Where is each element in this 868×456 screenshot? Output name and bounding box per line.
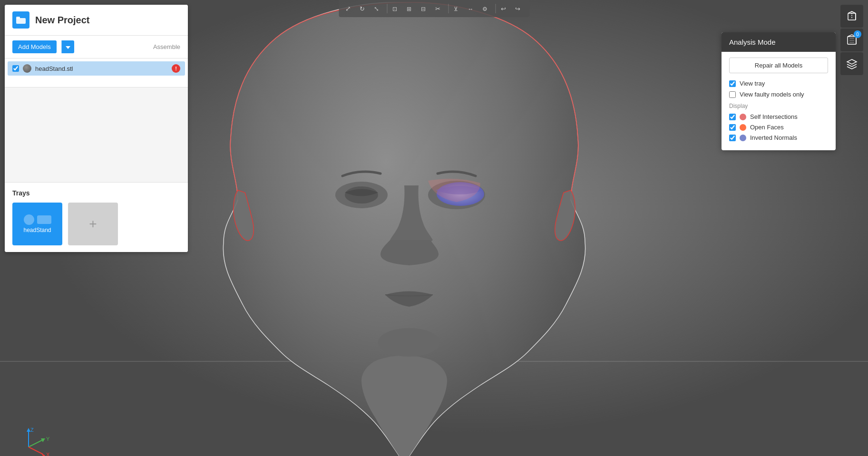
view-tray-checkbox[interactable]: [729, 80, 736, 87]
svg-text:⚙: ⚙: [482, 6, 487, 12]
analysis-body: Repair all Models View tray View faulty …: [722, 52, 836, 150]
rotate-icon[interactable]: ↻: [357, 2, 370, 15]
model-checkbox[interactable]: [12, 65, 19, 72]
model-list: headStand.stl !: [5, 58, 188, 87]
svg-text:⤢: ⤢: [345, 5, 351, 12]
self-intersections-color-dot: [740, 114, 746, 120]
separator-3: [495, 4, 496, 13]
open-faces-label: Open Faces: [750, 124, 784, 131]
inverted-normals-label: Inverted Normals: [750, 134, 797, 141]
svg-text:↻: ↻: [359, 5, 364, 12]
svg-rect-30: [848, 13, 856, 20]
open-faces-color-dot: [740, 124, 746, 131]
left-panel: New Project Add Models Assemble headStan…: [5, 5, 188, 252]
svg-text:X: X: [46, 452, 50, 456]
separator-2: [448, 4, 449, 13]
tray-add-plus-icon: +: [89, 217, 97, 231]
tray-icons: [24, 214, 51, 225]
open-faces-row: Open Faces: [729, 124, 828, 131]
add-models-label: Add Models: [18, 43, 51, 50]
cut-icon[interactable]: ✂: [432, 2, 446, 15]
analysis-mode-panel: Analysis Mode Repair all Models View tra…: [722, 32, 836, 150]
tray-1[interactable]: headStand: [12, 203, 62, 245]
model-item[interactable]: headStand.stl !: [8, 61, 185, 76]
tray-rect-icon: [37, 215, 51, 224]
3d-view-button[interactable]: [840, 5, 863, 28]
wireframe-view-button[interactable]: 0: [840, 29, 863, 51]
model-sphere-icon: [23, 64, 31, 73]
svg-rect-29: [16, 17, 20, 19]
trays-row: headStand +: [12, 203, 180, 245]
trays-section: Trays headStand +: [5, 182, 188, 252]
add-models-button[interactable]: Add Models: [12, 40, 57, 53]
svg-text:⊞: ⊞: [406, 6, 411, 12]
svg-point-5: [437, 182, 484, 206]
model-list-empty-area: [5, 87, 188, 182]
repair-all-button[interactable]: Repair all Models: [729, 58, 828, 73]
measure-icon[interactable]: ↔: [465, 2, 478, 15]
redo-icon[interactable]: ↪: [512, 2, 526, 15]
model-error-badge: !: [172, 64, 180, 73]
model-error-symbol: !: [175, 66, 177, 71]
move-icon[interactable]: ⤢: [342, 2, 356, 15]
svg-text:⤡: ⤡: [373, 5, 379, 12]
split-icon[interactable]: ⊞: [404, 2, 417, 15]
project-header: New Project: [5, 5, 188, 36]
view-tray-row: View tray: [729, 80, 828, 87]
support-icon[interactable]: ⊻: [451, 2, 464, 15]
svg-text:⊡: ⊡: [392, 6, 397, 12]
view-faulty-label: View faulty models only: [740, 91, 804, 98]
notification-badge: 0: [854, 30, 861, 38]
project-title: New Project: [35, 15, 89, 26]
svg-point-3: [345, 186, 378, 204]
svg-point-6: [378, 328, 440, 357]
tray-1-label: headStand: [23, 227, 51, 233]
svg-text:↪: ↪: [515, 5, 520, 12]
badge-count: 0: [856, 32, 859, 37]
merge-icon[interactable]: ⊟: [418, 2, 431, 15]
svg-line-13: [29, 447, 43, 454]
svg-text:✂: ✂: [435, 5, 440, 12]
view-faulty-checkbox[interactable]: [729, 91, 736, 98]
separator: [387, 4, 387, 13]
tray-circle-icon: [24, 214, 34, 225]
scale-icon[interactable]: ⤡: [371, 2, 384, 15]
model-filename: headStand.stl: [35, 65, 168, 72]
svg-text:⊟: ⊟: [420, 6, 425, 12]
analysis-mode-title: Analysis Mode: [722, 32, 836, 52]
open-faces-checkbox[interactable]: [729, 124, 736, 131]
mirror-icon[interactable]: ⊡: [390, 2, 403, 15]
inverted-normals-checkbox[interactable]: [729, 135, 736, 141]
svg-text:⊻: ⊻: [453, 6, 458, 12]
self-intersections-checkbox[interactable]: [729, 114, 736, 120]
model-toolbar: Add Models Assemble: [5, 36, 188, 58]
project-folder-icon: [12, 11, 29, 29]
undo-icon[interactable]: ↩: [498, 2, 511, 15]
settings-icon[interactable]: ⚙: [479, 2, 493, 15]
view-tray-label: View tray: [740, 80, 765, 87]
inverted-normals-color-dot: [740, 135, 746, 141]
assemble-button[interactable]: Assemble: [153, 43, 180, 50]
svg-marker-8: [27, 428, 30, 432]
layers-view-button[interactable]: [840, 52, 863, 75]
self-intersections-row: Self Intersections: [729, 113, 828, 120]
self-intersections-label: Self Intersections: [750, 113, 798, 120]
view-faulty-row: View faulty models only: [729, 91, 828, 98]
display-section: Display Self Intersections Open Faces In…: [729, 103, 828, 141]
svg-marker-11: [41, 438, 45, 442]
right-toolbar: 0: [840, 5, 863, 75]
svg-point-2: [335, 182, 388, 208]
svg-line-10: [29, 440, 43, 447]
svg-text:Y: Y: [46, 436, 50, 442]
display-section-title: Display: [729, 103, 828, 109]
svg-marker-14: [41, 453, 45, 456]
svg-text:↔: ↔: [468, 6, 473, 12]
svg-text:Z: Z: [30, 427, 34, 433]
svg-text:↩: ↩: [500, 5, 506, 12]
add-models-dropdown-button[interactable]: [61, 40, 74, 53]
svg-point-4: [428, 181, 485, 209]
tray-add-button[interactable]: +: [68, 203, 118, 245]
trays-title: Trays: [12, 189, 180, 197]
top-toolbar: ⤢ ↻ ⤡ ⊡ ⊞ ⊟ ✂ ⊻ ↔ ⚙ ↩: [339, 0, 529, 17]
inverted-normals-row: Inverted Normals: [729, 134, 828, 141]
